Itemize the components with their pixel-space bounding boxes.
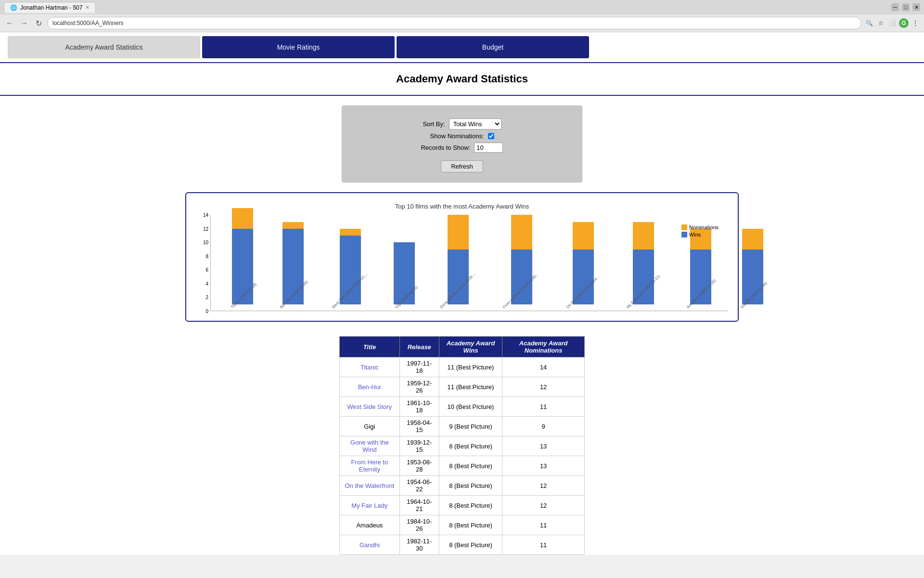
page-title: Academy Award Statistics (0, 63, 924, 96)
cell-title-6[interactable]: On the Waterfront (340, 476, 400, 496)
col-header-release: Release (399, 337, 439, 357)
profile-icon[interactable]: G (899, 18, 909, 28)
cell-nominations-5: 13 (502, 456, 585, 476)
table-row: Gone with the Wind 1939-12-15 8 (Best Pi… (340, 436, 585, 456)
cell-nominations-7: 12 (502, 496, 585, 515)
cell-wins-0: 11 (Best Picture) (439, 357, 502, 377)
bar-gwtw-nominations (448, 215, 469, 249)
search-icon[interactable]: 🔍 (864, 18, 874, 28)
legend-nominations: Nominations (681, 224, 719, 230)
forward-button[interactable]: → (18, 17, 30, 29)
awards-table: Title Release Academy Award Wins Academy… (339, 336, 585, 555)
y-label-2: 2 (205, 295, 208, 300)
close-button[interactable]: ✕ (912, 3, 920, 11)
refresh-button[interactable]: ↻ (33, 17, 44, 29)
y-label-4: 4 (205, 281, 208, 286)
legend-wins-color (681, 232, 687, 237)
cell-title-2[interactable]: West Side Story (340, 397, 400, 417)
legend-wins-label: Wins (689, 232, 701, 237)
records-input[interactable] (474, 143, 503, 153)
page-content: Academy Award Statistics Movie Ratings B… (0, 32, 924, 555)
bar-fhte: From Here to Eternity (195... (492, 215, 551, 311)
cell-nominations-6: 12 (502, 476, 585, 496)
maximize-button[interactable]: □ (902, 3, 910, 11)
tab-close-button[interactable]: ✕ (85, 4, 90, 11)
cell-release-8: 1984-10-26 (399, 515, 439, 535)
bar-otw: On the Waterfront (1954-... (556, 222, 611, 311)
menu-icon[interactable]: ⋮ (911, 18, 920, 28)
bar-wss-nominations (340, 229, 361, 236)
titlebar-controls: ─ □ ✕ (891, 3, 920, 11)
table-row: Gigi 1958-04-15 9 (Best Picture) 9 (340, 417, 585, 436)
refresh-button[interactable]: Refresh (441, 160, 483, 172)
cell-title-1[interactable]: Ben-Hur (340, 377, 400, 397)
cell-release-9: 1982-11-30 (399, 535, 439, 555)
show-nominations-checkbox[interactable] (488, 133, 494, 139)
cell-wins-4: 8 (Best Picture) (439, 436, 502, 456)
chart-legend: Nominations Wins (681, 224, 719, 239)
bar-gandhi-nominations (742, 229, 763, 250)
minimize-button[interactable]: ─ (891, 3, 899, 11)
sort-by-label: Sort By: (423, 120, 445, 128)
cell-release-5: 1953-08-28 (399, 456, 439, 476)
cell-nominations-2: 11 (502, 397, 585, 417)
cell-title-9[interactable]: Gandhi (340, 535, 400, 555)
browser-toolbar-right: 🔍 ☆ ⬜ G ⋮ (864, 18, 920, 28)
url-text: localhost:5000/AA_Winners (52, 20, 123, 26)
browser-chrome: 🌐 Jonathan Hartman - 507 ✕ ─ □ ✕ ← → ↻ l… (0, 0, 924, 32)
cell-title-3: Gigi (340, 417, 400, 436)
cell-title-5[interactable]: From Here to Eternity (340, 456, 400, 476)
table-row: Gandhi 1982-11-30 8 (Best Picture) 11 (340, 535, 585, 555)
tab-title: Jonathan Hartman - 507 (20, 4, 82, 11)
extensions-icon[interactable]: ⬜ (887, 18, 897, 28)
col-header-title: Title (340, 337, 400, 357)
table-row: Ben-Hur 1959-12-26 11 (Best Picture) 12 (340, 377, 585, 397)
data-table-container: Title Release Academy Award Wins Academy… (339, 336, 585, 555)
browser-tab[interactable]: 🌐 Jonathan Hartman - 507 ✕ (4, 2, 96, 13)
sort-by-row: Sort By: Total Wins Title Release Date (352, 118, 572, 130)
cell-release-1: 1959-12-26 (399, 377, 439, 397)
y-label-8: 8 (205, 253, 208, 259)
bar-mfl-nominations (633, 222, 654, 250)
controls-panel: Sort By: Total Wins Title Release Date S… (342, 105, 582, 183)
tab-favicon: 🌐 (10, 4, 17, 11)
cell-nominations-3: 9 (502, 417, 585, 436)
tab-movie-ratings[interactable]: Movie Ratings (202, 36, 395, 58)
bar-gigi-wins (394, 242, 415, 304)
cell-nominations-8: 11 (502, 515, 585, 535)
show-nominations-label: Show Nominations: (430, 132, 484, 140)
table-row: Titanic 1997-11-18 11 (Best Picture) 14 (340, 357, 585, 377)
y-label-14: 14 (203, 212, 208, 218)
bars-area: Titanic (1997-11-18) Ben-Hur (1959-12-26… (210, 215, 728, 311)
cell-release-3: 1958-04-15 (399, 417, 439, 436)
bar-wss: West Side Story (1961-10-... (321, 229, 380, 311)
cell-wins-7: 8 (Best Picture) (439, 496, 502, 515)
back-button[interactable]: ← (4, 17, 15, 29)
cell-wins-9: 8 (Best Picture) (439, 535, 502, 555)
address-bar[interactable]: localhost:5000/AA_Winners (47, 17, 861, 29)
cell-title-7[interactable]: My Fair Lady (340, 496, 400, 515)
col-header-nominations: Academy Award Nominations (502, 337, 585, 357)
legend-nominations-label: Nominations (689, 224, 719, 230)
bar-benhur-nominations (282, 222, 304, 229)
table-row: West Side Story 1961-10-18 10 (Best Pict… (340, 397, 585, 417)
cell-wins-8: 8 (Best Picture) (439, 515, 502, 535)
browser-titlebar: 🌐 Jonathan Hartman - 507 ✕ ─ □ ✕ (0, 0, 924, 14)
cell-release-4: 1939-12-15 (399, 436, 439, 456)
tab-budget[interactable]: Budget (397, 36, 589, 58)
y-label-0: 0 (205, 309, 208, 314)
sort-by-select[interactable]: Total Wins Title Release Date (449, 118, 501, 130)
tab-academy-award-statistics[interactable]: Academy Award Statistics (8, 36, 200, 58)
cell-nominations-1: 12 (502, 377, 585, 397)
y-label-6: 6 (205, 267, 208, 273)
star-icon[interactable]: ☆ (876, 18, 886, 28)
cell-title-4[interactable]: Gone with the Wind (340, 436, 400, 456)
cell-release-7: 1964-10-21 (399, 496, 439, 515)
cell-wins-2: 10 (Best Picture) (439, 397, 502, 417)
bar-titanic-nominations (232, 208, 253, 229)
cell-title-0[interactable]: Titanic (340, 357, 400, 377)
table-header-row: Title Release Academy Award Wins Academy… (340, 337, 585, 357)
cell-release-0: 1997-11-18 (399, 357, 439, 377)
legend-wins: Wins (681, 232, 719, 237)
col-header-wins: Academy Award Wins (439, 337, 502, 357)
